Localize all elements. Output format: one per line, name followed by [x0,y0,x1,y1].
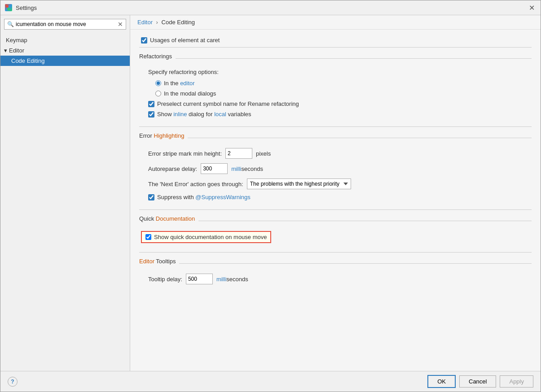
suppress-colored: @SuppressWarnings [195,194,251,200]
quick-documentation-section: Quick Documentation Show quick documenta… [139,215,532,243]
sidebar: 🔍 ✕ Keymap ▾ Editor Code Editing [0,15,130,371]
error-title: Error Highlighting [139,132,184,139]
main-body: 🔍 ✕ Keymap ▾ Editor Code Editing Editor … [0,15,541,371]
suppress-row: Suppress with @SuppressWarnings [146,194,532,200]
specify-row: Specify refactoring options: [146,69,532,75]
radio-editor-label: In the editor [164,80,195,87]
refactorings-separator [176,58,532,59]
inline-checkbox[interactable] [148,111,154,118]
svg-point-2 [7,8,10,10]
suppress-label: Suppress with @SuppressWarnings [157,194,251,200]
stripe-input[interactable] [225,148,252,159]
tooltip-delay-input[interactable] [186,274,213,284]
next-error-row: The 'Next Error' action goes through: Th… [146,179,532,189]
breadcrumb-editor[interactable]: Editor [137,19,153,26]
quick-doc-title: Quick Documentation [139,215,195,222]
search-input[interactable] [16,21,116,27]
autoreparse-input[interactable] [201,163,228,174]
refactorings-section: Refactorings Specify refactoring options… [139,53,532,118]
usages-checkbox[interactable] [141,37,147,44]
colored-editor: editor [180,80,195,87]
breadcrumb-separator: › [156,19,158,26]
sidebar-tree: Keymap ▾ Editor Code Editing [0,33,130,371]
next-error-label: The 'Next Error' action goes through: [148,181,243,187]
preselect-label: Preselect current symbol name for Rename… [157,100,299,107]
ok-button[interactable]: OK [427,375,456,388]
stripe-unit: pixels [256,150,271,157]
milli-colored-2: milli [216,276,226,283]
radio-modal-label: In the modal dialogs [164,90,216,97]
titlebar: Settings ✕ [0,0,541,15]
tooltip-unit: milliseconds [216,276,248,283]
content-area: Usages of element at caret Refactorings … [130,30,541,371]
window-title: Settings [16,4,523,11]
help-button[interactable]: ? [8,377,18,387]
svg-point-0 [6,5,9,8]
divider-2 [139,126,532,127]
search-clear-button[interactable]: ✕ [118,21,123,28]
error-separator [188,138,532,138]
radio-in-modal[interactable] [155,91,161,96]
divider-3 [139,209,532,210]
apply-button[interactable]: Apply [500,375,533,388]
tooltips-separator [179,263,532,264]
inline-label: Show inline dialog for local variables [157,111,251,118]
refactorings-title: Refactorings [139,53,172,60]
editor-tooltips-section: Editor Tooltips Tooltip delay: milliseco… [139,258,532,284]
error-content: Error stripe mark min height: pixels Aut… [139,148,532,200]
suppress-checkbox[interactable] [148,194,154,200]
specify-label: Specify refactoring options: [148,69,219,75]
tooltips-title: Editor Tooltips [139,258,176,265]
search-box: 🔍 ✕ [4,19,126,30]
cancel-button[interactable]: Cancel [459,375,496,388]
divider-1 [139,47,532,48]
local-colored: local [214,111,226,118]
svg-point-1 [9,5,11,8]
refactorings-content: Specify refactoring options: In the edit… [139,69,532,118]
usages-label: Usages of element at caret [150,37,220,44]
app-icon [5,4,12,11]
sidebar-item-editor[interactable]: ▾ Editor [0,45,130,56]
action-buttons: OK Cancel Apply [427,375,533,388]
settings-window: Settings ✕ 🔍 ✕ Keymap ▾ Editor Code Edit… [0,0,541,392]
milli-colored-1: milli [231,166,241,172]
autoreparse-label: Autoreparse delay: [148,166,197,172]
inline-colored: inline [173,111,187,118]
radio-in-editor[interactable] [155,80,161,86]
search-icon: 🔍 [7,21,14,27]
show-quick-doc-checkbox[interactable] [145,234,151,240]
quick-doc-content: Show quick documentation on mouse move [139,231,532,243]
next-error-select[interactable]: The problems with the highest priority A… [247,179,351,189]
refactorings-title-row: Refactorings [139,53,532,64]
highlighted-checkbox-row: Show quick documentation on mouse move [141,231,271,243]
breadcrumb-code-editing: Code Editing [162,19,195,26]
autoreparse-unit: milliseconds [231,166,263,172]
preselect-row: Preselect current symbol name for Rename… [146,100,532,107]
tooltips-content: Tooltip delay: milliseconds [139,274,532,284]
tooltip-delay-label: Tooltip delay: [148,276,182,283]
show-quick-doc-label: Show quick documentation on mouse move [154,234,267,240]
bottom-bar: ? OK Cancel Apply [0,371,541,392]
autoreparse-row: Autoreparse delay: milliseconds [146,163,532,174]
chevron-down-icon: ▾ [4,47,7,54]
breadcrumb: Editor › Code Editing [130,15,541,30]
preselect-checkbox[interactable] [148,101,154,107]
close-button[interactable]: ✕ [527,3,536,12]
inline-row: Show inline dialog for local variables [146,111,532,118]
sidebar-item-code-editing[interactable]: Code Editing [0,56,130,66]
error-highlighting-section: Error Highlighting Error stripe mark min… [139,132,532,200]
quick-doc-title-row: Quick Documentation [139,215,532,226]
usages-row: Usages of element at caret [139,37,532,44]
tooltip-delay-row: Tooltip delay: milliseconds [146,274,532,284]
quick-doc-separator [198,221,532,221]
tooltips-title-row: Editor Tooltips [139,258,532,269]
radio-modal-row: In the modal dialogs [146,90,532,97]
divider-4 [139,252,532,253]
main-content: Editor › Code Editing Usages of element … [130,15,541,371]
stripe-row: Error stripe mark min height: pixels [146,148,532,159]
radio-editor-row: In the editor [146,80,532,87]
error-title-row: Error Highlighting [139,132,532,144]
stripe-label: Error stripe mark min height: [148,150,222,157]
sidebar-item-keymap[interactable]: Keymap [0,35,130,45]
